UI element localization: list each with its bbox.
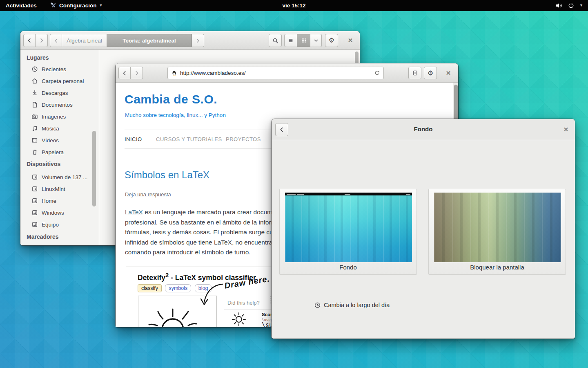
system-status-area[interactable]: ▼	[556, 0, 583, 11]
chevron-down-icon: ▼	[579, 0, 583, 11]
download-icon	[31, 90, 38, 96]
window-menu-button[interactable]: ⚙	[325, 34, 338, 47]
background-preview	[285, 193, 412, 262]
sidebar-section-lugares: Lugares	[27, 54, 49, 61]
nav-cursos[interactable]: CURSOS Y TUTORIALES	[156, 136, 222, 142]
latex-link[interactable]: LaTeX	[125, 209, 143, 215]
gear-icon: ⚙	[428, 70, 433, 76]
chevron-down-icon	[314, 38, 318, 43]
tab-symbols[interactable]: symbols	[165, 284, 191, 292]
view-options-button[interactable]	[310, 34, 322, 47]
lock-screen-card[interactable]: Bloquear la pantalla	[428, 189, 566, 275]
sidebar-item-recientes[interactable]: Recientes	[31, 65, 97, 74]
sidebar-item-documentos[interactable]: Documentos	[31, 100, 97, 109]
film-icon	[31, 137, 38, 144]
settings-app-icon	[50, 2, 57, 9]
close-button[interactable]: ✕	[562, 123, 570, 136]
drive-icon	[31, 221, 38, 228]
sidebar-item-home[interactable]: Home	[31, 196, 97, 205]
sidebar-item-linuxmint[interactable]: LinuxMint	[31, 184, 97, 193]
path-tab-teoria[interactable]: Teoría: algebralineal	[107, 34, 192, 47]
browser-menu-button[interactable]: ⚙	[424, 67, 437, 79]
volume-icon	[556, 2, 563, 9]
url-bar[interactable]: http://www.cambiadeso.es/	[167, 67, 384, 79]
forward-button[interactable]	[131, 67, 143, 79]
settings-header: Fondo ✕	[272, 119, 575, 140]
sidebar-item-equipo[interactable]: Equipo	[31, 220, 97, 229]
path-scroll-right-button[interactable]	[192, 34, 204, 47]
sidebar-item-carpeta-personal[interactable]: Carpeta personal	[31, 76, 97, 85]
top-bar: Actividades Configuración ▼ vie 15:12	[0, 0, 588, 11]
music-icon	[31, 125, 38, 132]
sun-symbol-icon	[232, 312, 246, 327]
clock-icon	[314, 302, 321, 308]
new-tab-button[interactable]	[408, 67, 421, 79]
activities-button[interactable]: Actividades	[6, 0, 37, 11]
document-icon	[31, 101, 38, 108]
search-icon	[272, 38, 278, 44]
path-tab-algebra-lineal[interactable]: Álgebra Lineal	[62, 34, 107, 47]
grid-view-icon	[301, 38, 307, 43]
mini-desktop-topbar	[285, 193, 412, 195]
settings-body: Fondo Bloquear la pantalla Cambia a lo l…	[272, 140, 575, 339]
browser-toolbar: http://www.cambiadeso.es/ ⚙ ✕	[116, 63, 458, 83]
new-tab-icon	[412, 70, 418, 76]
grid-view-button[interactable]	[297, 34, 310, 47]
sidebar-section-marcadores: Marcadores	[27, 233, 59, 240]
nav-inicio[interactable]: INICIO	[125, 136, 142, 142]
list-view-icon	[288, 38, 294, 43]
tab-classify[interactable]: classify	[138, 284, 162, 292]
reply-link[interactable]: Deja una respuesta	[125, 191, 171, 197]
app-menu-button[interactable]: Configuración ▼	[50, 0, 102, 11]
drive-icon	[31, 186, 38, 192]
search-button[interactable]	[269, 34, 282, 47]
list-view-button[interactable]	[284, 34, 297, 47]
back-button[interactable]	[118, 67, 131, 79]
sidebar-item-volumen[interactable]: Volumen de 137 ...	[31, 173, 97, 182]
url-text[interactable]: http://www.cambiadeso.es/	[180, 70, 371, 76]
trash-icon	[31, 149, 38, 155]
site-title[interactable]: Cambia de S.O.	[125, 92, 217, 106]
clock[interactable]: vie 15:12	[282, 0, 305, 11]
settings-window: Fondo ✕ Fondo Bloquear la pantalla	[272, 119, 575, 339]
sidebar-item-papelera[interactable]: Papelera	[31, 148, 97, 157]
reload-icon[interactable]	[374, 70, 380, 76]
site-subtitle: Mucho sobre tecnología, linux... y Pytho…	[125, 112, 226, 118]
file-manager-toolbar: Álgebra Lineal Teoría: algebralineal ⚙ ✕	[20, 31, 360, 50]
tux-favicon	[171, 70, 177, 76]
forward-button[interactable]	[36, 34, 48, 47]
sidebar-item-videos[interactable]: Vídeos	[31, 136, 97, 145]
close-button[interactable]: ✕	[444, 67, 452, 80]
desktop: Actividades Configuración ▼ vie 15:12	[0, 0, 588, 368]
clock-icon	[31, 66, 38, 72]
drive-icon	[31, 174, 38, 180]
article-title[interactable]: Símbolos en LaTeX	[125, 169, 209, 181]
background-card[interactable]: Fondo	[279, 189, 417, 275]
sidebar-item-musica[interactable]: Música	[31, 124, 97, 133]
hand-drawn-sun-sketch	[146, 308, 207, 327]
home-icon	[31, 78, 38, 84]
file-manager-sidebar: Lugares Recientes Carpeta personal Desca…	[20, 50, 99, 245]
sidebar-scrollbar[interactable]	[92, 131, 96, 206]
sidebar-item-descargas[interactable]: Descargas	[31, 88, 97, 97]
did-this-help-label: Did this help?	[227, 300, 260, 306]
close-button[interactable]: ✕	[346, 34, 354, 47]
sidebar-section-dispositivos: Dispositivos	[27, 161, 60, 167]
settings-title: Fondo	[272, 126, 575, 132]
sidebar-item-imagenes[interactable]: Imágenes	[31, 112, 97, 121]
power-icon	[568, 2, 574, 9]
nav-proyectos[interactable]: PROYECTOS	[226, 136, 261, 142]
back-button[interactable]	[23, 34, 36, 47]
drive-icon	[31, 197, 38, 204]
article-paragraph: LaTeX es un lenguaje de marcado para cre…	[125, 207, 290, 258]
changes-throughout-day-note: Cambia a lo largo del día	[314, 302, 390, 308]
sidebar-item-windows[interactable]: Windows	[31, 208, 97, 217]
card-label: Fondo	[280, 264, 416, 271]
drive-icon	[31, 209, 38, 216]
path-scroll-left-button[interactable]	[50, 34, 62, 47]
lock-screen-preview	[434, 193, 561, 262]
camera-icon	[31, 113, 38, 120]
card-label: Bloquear la pantalla	[429, 264, 566, 271]
chevron-down-icon: ▼	[99, 0, 103, 11]
hand-drawn-arrow	[199, 282, 224, 310]
